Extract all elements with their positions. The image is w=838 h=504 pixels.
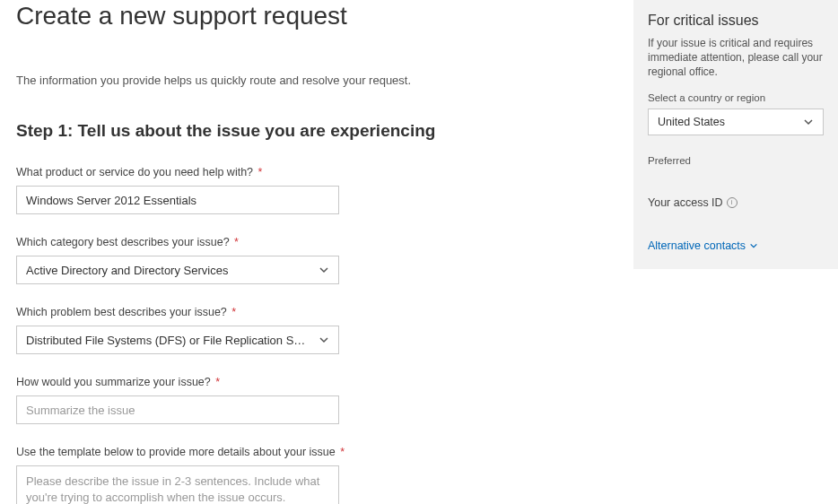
problem-label-text: Which problem best describes your issue?	[16, 306, 227, 318]
category-label-text: Which category best describes your issue…	[16, 236, 230, 248]
preferred-section: Preferred	[648, 155, 824, 166]
required-marker: *	[215, 376, 220, 388]
region-value: United States	[658, 116, 732, 128]
page-title: Create a new support request	[16, 2, 615, 30]
required-marker: *	[234, 236, 239, 248]
region-section: Select a country or region United States	[648, 92, 824, 135]
intro-text: The information you provide helps us qui…	[16, 74, 615, 87]
field-category: Which category best describes your issue…	[16, 236, 615, 284]
summary-label-text: How would you summarize your issue?	[16, 376, 211, 388]
region-label: Select a country or region	[648, 92, 824, 103]
info-icon[interactable]: i	[727, 197, 738, 208]
alt-contacts-section: Alternative contacts	[648, 239, 824, 252]
alt-contacts-label: Alternative contacts	[648, 239, 746, 252]
problem-select[interactable]: Distributed File Systems (DFS) or File R…	[16, 326, 339, 354]
problem-value: Distributed File Systems (DFS) or File R…	[26, 334, 319, 347]
preferred-label: Preferred	[648, 155, 824, 166]
chevron-down-icon	[319, 265, 329, 275]
required-marker: *	[258, 166, 263, 178]
required-marker: *	[340, 446, 345, 458]
summary-input[interactable]	[16, 395, 339, 424]
access-id-label: Your access ID	[648, 196, 723, 209]
chevron-down-icon	[803, 117, 814, 127]
product-input[interactable]	[16, 186, 339, 214]
details-label-text: Use the template below to provide more d…	[16, 446, 336, 458]
field-problem: Which problem best describes your issue?…	[16, 306, 615, 354]
details-textarea[interactable]: Please describe the issue in 2-3 sentenc…	[16, 465, 339, 504]
sidebar-title: For critical issues	[648, 13, 824, 29]
region-select[interactable]: United States	[648, 109, 824, 135]
field-product: What product or service do you need help…	[16, 166, 615, 214]
category-label: Which category best describes your issue…	[16, 236, 615, 248]
field-summary: How would you summarize your issue? *	[16, 376, 615, 424]
details-placeholder-line1: Please describe the issue in 2-3 sentenc…	[26, 474, 329, 504]
problem-label: Which problem best describes your issue?…	[16, 306, 615, 318]
summary-label: How would you summarize your issue? *	[16, 376, 615, 388]
required-marker: *	[231, 306, 236, 318]
alternative-contacts-link[interactable]: Alternative contacts	[648, 239, 759, 252]
chevron-down-icon	[748, 240, 759, 251]
sidebar-desc: If your issue is critical and requires i…	[648, 36, 824, 80]
main-form-area: Create a new support request The informa…	[0, 0, 633, 504]
critical-issues-sidebar: For critical issues If your issue is cri…	[633, 0, 838, 269]
access-id-section: Your access ID i	[648, 196, 824, 209]
details-label: Use the template below to provide more d…	[16, 446, 615, 458]
field-details: Use the template below to provide more d…	[16, 446, 615, 504]
product-label: What product or service do you need help…	[16, 166, 615, 178]
product-label-text: What product or service do you need help…	[16, 166, 253, 178]
category-select[interactable]: Active Directory and Directory Services	[16, 256, 339, 284]
step-title: Step 1: Tell us about the issue you are …	[16, 121, 615, 141]
category-value: Active Directory and Directory Services	[26, 264, 235, 277]
chevron-down-icon	[319, 335, 329, 345]
